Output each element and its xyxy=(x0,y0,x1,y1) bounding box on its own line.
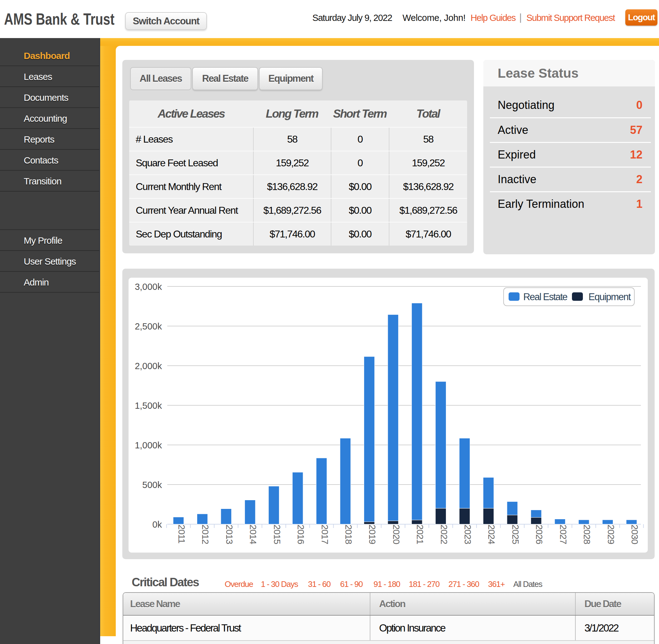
svg-text:Equipment: Equipment xyxy=(589,292,631,302)
svg-text:2015: 2015 xyxy=(272,525,282,544)
svg-text:2024: 2024 xyxy=(486,525,497,544)
svg-text:2016: 2016 xyxy=(296,525,306,544)
svg-text:2014: 2014 xyxy=(248,525,258,544)
svg-text:500k: 500k xyxy=(142,480,162,490)
svg-text:0k: 0k xyxy=(152,520,162,529)
svg-text:2019: 2019 xyxy=(367,525,378,544)
svg-text:1,000k: 1,000k xyxy=(135,440,162,450)
svg-text:2026: 2026 xyxy=(534,525,544,544)
svg-text:2023: 2023 xyxy=(463,525,473,544)
svg-text:2028: 2028 xyxy=(582,525,592,544)
svg-text:2029: 2029 xyxy=(606,525,616,544)
svg-text:2011: 2011 xyxy=(177,525,187,544)
svg-text:2021: 2021 xyxy=(415,525,425,544)
svg-text:2,000k: 2,000k xyxy=(135,361,162,371)
svg-text:2030: 2030 xyxy=(630,525,640,544)
svg-text:2020: 2020 xyxy=(391,525,402,544)
svg-text:2013: 2013 xyxy=(224,525,235,544)
svg-text:2027: 2027 xyxy=(558,525,569,544)
svg-text:2025: 2025 xyxy=(510,525,521,544)
svg-text:3,000k: 3,000k xyxy=(135,282,162,292)
svg-text:Real Estate: Real Estate xyxy=(523,292,567,302)
svg-text:2,500k: 2,500k xyxy=(135,321,162,331)
svg-text:2018: 2018 xyxy=(344,525,354,544)
svg-text:2022: 2022 xyxy=(439,525,449,544)
svg-text:2017: 2017 xyxy=(320,525,330,544)
svg-text:2012: 2012 xyxy=(200,525,211,544)
svg-text:1,500k: 1,500k xyxy=(135,400,162,411)
